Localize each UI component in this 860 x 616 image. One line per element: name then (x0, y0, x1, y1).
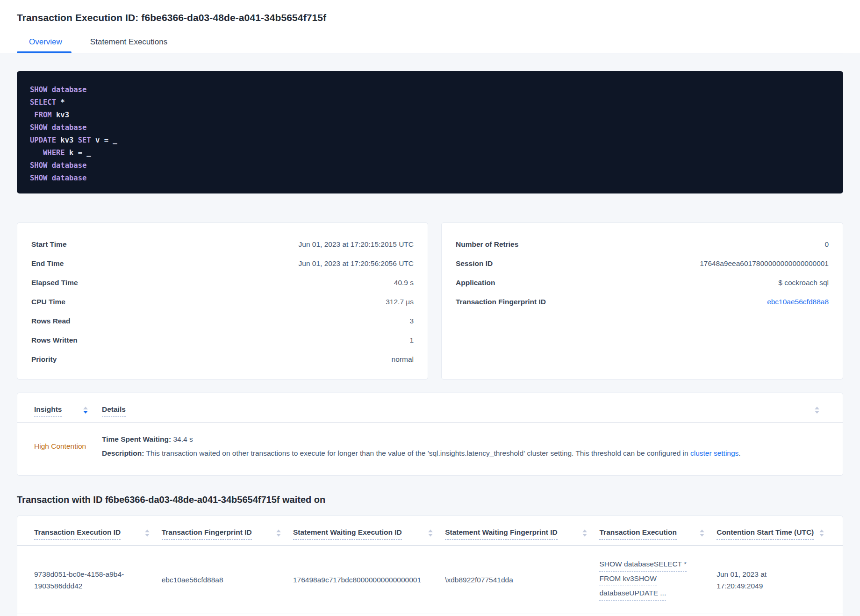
column-header-label[interactable]: Statement Waiting Execution ID (293, 528, 402, 540)
sort-down-arrow-icon (582, 534, 587, 537)
waited-on-heading: Transaction with ID f6be6366-da03-48de-a… (17, 494, 843, 505)
sort-up-arrow-icon (428, 530, 433, 532)
sort-arrows-icon[interactable] (145, 530, 150, 537)
sql-statements-box: SHOW databaseSELECT * FROM kv3SHOW datab… (17, 71, 843, 193)
sql-line: SHOW database (30, 172, 830, 185)
stat-label: CPU Time (31, 298, 65, 306)
timing-stats-card: Start TimeJun 01, 2023 at 17:20:15:2015 … (17, 222, 428, 380)
waited-table-header: Transaction Execution IDTransaction Fing… (17, 528, 843, 540)
session-stats-card: Number of Retries0Session ID17648a9eea60… (441, 222, 843, 380)
transaction-execution-link-line[interactable]: SHOW databaseSELECT * (599, 558, 687, 572)
sort-arrows-icon[interactable] (428, 530, 433, 537)
stat-value: 40.9 s (394, 279, 414, 287)
waited-on-table-card: Transaction Execution IDTransaction Fing… (17, 516, 843, 616)
stat-row: Session ID17648a9eea60178000000000000000… (456, 254, 829, 273)
transaction-execution-cell[interactable]: SHOW databaseSELECT *FROM kv3SHOWdatabas… (599, 558, 717, 602)
transaction-execution-link-line[interactable]: FROM kv3SHOW (599, 573, 656, 586)
insight-row: High Contention Time Spent Waiting: 34.4… (17, 423, 843, 475)
column-header-transaction-execution-id[interactable]: Transaction Execution ID (34, 528, 162, 540)
sort-up-arrow-icon (819, 530, 824, 532)
transaction-fingerprint-id-cell: ebc10ae56cfd88a8 (162, 574, 293, 586)
transaction-execution-link-line[interactable]: databaseUPDATE ... (599, 587, 666, 601)
insight-badge-high-contention: High Contention (34, 442, 102, 451)
time-spent-waiting-value: 34.4 s (171, 435, 193, 443)
page-title: Transaction Execution ID: f6be6366-da03-… (17, 12, 843, 23)
sort-arrows-icon[interactable] (700, 530, 704, 537)
insights-sort-icon[interactable] (83, 407, 88, 414)
stat-value: 1 (409, 336, 414, 344)
column-header-label[interactable]: Transaction Fingerprint ID (162, 528, 252, 540)
stat-row: CPU Time312.7 µs (31, 292, 414, 311)
column-header-label[interactable]: Transaction Execution (599, 528, 676, 540)
stat-row: End TimeJun 01, 2023 at 17:20:56:2056 UT… (31, 254, 414, 273)
table-sort-arrows-icon[interactable] (815, 407, 819, 414)
stat-label: Rows Written (31, 336, 78, 344)
stat-label: Transaction Fingerprint ID (456, 298, 546, 306)
insight-description: Description: This transaction waited on … (102, 448, 826, 458)
column-header-contention-start-time-utc[interactable]: Contention Start Time (UTC) (717, 528, 826, 540)
sort-arrows-icon[interactable] (819, 530, 824, 537)
insights-column-label[interactable]: Insights (34, 405, 62, 417)
sort-down-arrow-icon (83, 411, 88, 414)
description-suffix: . (738, 449, 740, 457)
statement-waiting-execution-id-cell: 176498a9c717bdc80000000000000001 (293, 574, 445, 586)
column-header-label[interactable]: Statement Waiting Fingerprint ID (445, 528, 558, 540)
stat-label: End Time (31, 259, 64, 268)
stat-value: 0 (824, 240, 829, 249)
stat-label: Elapsed Time (31, 279, 78, 287)
stat-row: Start TimeJun 01, 2023 at 17:20:15:2015 … (31, 235, 414, 254)
column-header-label[interactable]: Transaction Execution ID (34, 528, 121, 540)
column-header-label[interactable]: Contention Start Time (UTC) (717, 528, 814, 540)
time-spent-waiting: Time Spent Waiting: 34.4 s (102, 434, 826, 444)
sort-up-arrow-icon (145, 530, 150, 532)
stat-value: 312.7 µs (386, 298, 414, 306)
transaction-fingerprint-id-link[interactable]: ebc10ae56cfd88a8 (767, 298, 829, 306)
sort-down-arrow-icon (815, 411, 819, 414)
details-column-label[interactable]: Details (102, 405, 126, 417)
sort-down-arrow-icon (428, 534, 433, 537)
stat-label: Number of Retries (456, 240, 518, 249)
waited-table-body: 9738d051-bc0e-4158-a9b4-1903586ddd42ebc1… (17, 546, 843, 614)
sort-arrows-icon[interactable] (582, 530, 587, 537)
insights-table-header: Insights Details (17, 405, 843, 417)
stat-row: Number of Retries0 (456, 235, 829, 254)
tab-statement-executions[interactable]: Statement Executions (90, 37, 167, 53)
sort-arrows-icon[interactable] (276, 530, 281, 537)
main-content: SHOW databaseSELECT * FROM kv3SHOW datab… (0, 71, 860, 616)
sql-line: SHOW database (30, 159, 830, 172)
stat-label: Start Time (31, 240, 67, 249)
cluster-settings-link[interactable]: cluster settings (690, 449, 738, 457)
sort-down-arrow-icon (145, 534, 150, 537)
stat-row: Elapsed Time40.9 s (31, 273, 414, 292)
time-spent-waiting-label: Time Spent Waiting: (102, 435, 171, 443)
sort-up-arrow-icon (83, 407, 88, 409)
column-header-statement-waiting-fingerprint-id[interactable]: Statement Waiting Fingerprint ID (445, 528, 599, 540)
stat-row: Rows Written1 (31, 330, 414, 350)
sql-line: FROM kv3 (30, 109, 830, 122)
stat-row: Prioritynormal (31, 350, 414, 369)
page-header: Transaction Execution ID: f6be6366-da03-… (0, 0, 860, 53)
sql-line: UPDATE kv3 SET v = _ (30, 134, 830, 147)
column-header-transaction-execution[interactable]: Transaction Execution (599, 528, 717, 540)
tab-overview[interactable]: Overview (29, 37, 62, 53)
column-header-insights[interactable]: Insights (34, 405, 102, 417)
statement-waiting-fingerprint-id-cell: \xdb8922f077541dda (445, 574, 599, 586)
stat-value: 3 (409, 317, 414, 325)
stats-cards-row: Start TimeJun 01, 2023 at 17:20:15:2015 … (17, 222, 843, 380)
stat-label: Rows Read (31, 317, 71, 325)
stat-label: Application (456, 279, 495, 287)
table-row: 9738d051-bc0e-4158-a9b4-1903586ddd42ebc1… (17, 546, 843, 614)
column-header-transaction-fingerprint-id[interactable]: Transaction Fingerprint ID (162, 528, 293, 540)
stat-value: $ cockroach sql (778, 279, 829, 287)
column-header-statement-waiting-execution-id[interactable]: Statement Waiting Execution ID (293, 528, 445, 540)
stat-value: 17648a9eea6017800000000000000001 (700, 259, 829, 268)
sort-down-arrow-icon (276, 534, 281, 537)
sort-up-arrow-icon (582, 530, 587, 532)
transaction-execution-id-cell: 9738d051-bc0e-4158-a9b4-1903586ddd42 (34, 568, 162, 592)
description-text: This transaction waited on other transac… (144, 449, 690, 457)
description-label: Description: (102, 449, 144, 457)
stat-label: Session ID (456, 259, 493, 268)
sort-up-arrow-icon (815, 407, 819, 409)
stat-row: Rows Read3 (31, 311, 414, 330)
stat-row: Transaction Fingerprint IDebc10ae56cfd88… (456, 292, 829, 311)
